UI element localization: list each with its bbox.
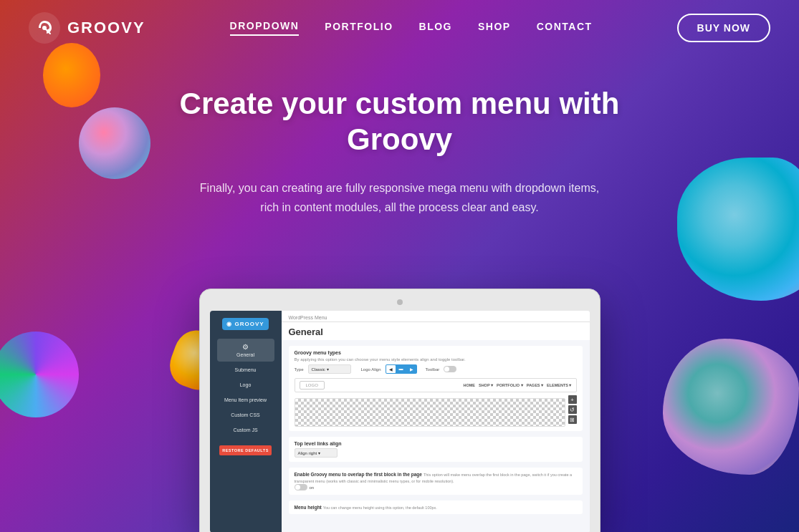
screen-restore-button[interactable]: RESTORE DEFAULTS — [219, 445, 272, 455]
screen-sidebar-logo: ◉ GROOVY — [222, 318, 268, 330]
screen-form-label-menu-types: Groovy menu types — [295, 350, 577, 355]
screen-sidebar-item-submenu[interactable]: Submenu — [217, 363, 274, 377]
screen-type-label: Type — [295, 367, 304, 372]
screen-type-row: Type Classic ▾ Logo Align ◀ ▬ ▶ — [295, 364, 577, 374]
buy-now-button[interactable]: BUY NOW — [677, 14, 770, 42]
header: GROOVY DROPDOWN PORTFOLIO BLOG SHOP CONT… — [0, 0, 799, 56]
screen-form: Groovy menu types By applying this optio… — [282, 340, 590, 526]
screen-overlap-title: Enable Groovy menu to overlap the first … — [295, 472, 422, 477]
screen-align-btn-left[interactable]: ◀ — [386, 365, 396, 373]
screen-sidebar-item-custom-js[interactable]: Custom JS — [217, 423, 274, 437]
blob-swirl — [0, 332, 79, 417]
screen-main: WordPress Menu General Groovy menu types… — [282, 311, 590, 532]
blob-sphere — [79, 107, 150, 179]
settings-icon: ⚙ — [221, 343, 270, 351]
laptop-mockup: ◉ GROOVY ⚙ General Submenu Logo — [199, 289, 601, 532]
screen-form-group-menu-types: Groovy menu types By applying this optio… — [289, 346, 583, 431]
blob-teal — [677, 158, 799, 301]
nav-item-contact[interactable]: CONTACT — [537, 21, 593, 35]
screen-nav-preview: LOGO HOME SHOP ▾ PORTFOLIO ▾ PAGES ▾ ELE… — [295, 378, 577, 392]
screen-sidebar-item-custom-css[interactable]: Custom CSS — [217, 408, 274, 422]
screen-sidebar: ◉ GROOVY ⚙ General Submenu Logo — [210, 311, 282, 532]
logo-text: GROOVY — [67, 19, 145, 37]
logo-icon — [29, 12, 60, 44]
screen-zoom-buttons: + ↺ ⊞ — [568, 395, 577, 424]
hero-content: Create your custom menu with Groovy Fina… — [149, 86, 651, 217]
screen-sidebar-item-general[interactable]: ⚙ General — [217, 339, 274, 362]
screen-menu-height-title: Menu height — [295, 505, 322, 510]
hero-section: GROOVY DROPDOWN PORTFOLIO BLOG SHOP CONT… — [0, 0, 799, 532]
screen-toolbar-toggle[interactable] — [444, 366, 456, 372]
screen-sidebar-label-logo: Logo — [240, 382, 252, 387]
screen-content: ◉ GROOVY ⚙ General Submenu Logo — [210, 311, 590, 532]
screen-nav-links: HOME SHOP ▾ PORTFOLIO ▾ PAGES ▾ ELEMENTS… — [463, 383, 571, 387]
screen-overlap-switch[interactable] — [295, 484, 307, 490]
screen-sidebar-label-general: General — [236, 352, 254, 357]
main-nav: DROPDOWN PORTFOLIO BLOG SHOP CONTACT — [230, 20, 593, 36]
screen-align-row: Align right ▾ — [295, 448, 577, 458]
screen-sidebar-label-menu-item-preview: Menu Item preview — [224, 397, 267, 402]
logo-area: GROOVY — [29, 12, 145, 44]
laptop-outer: ◉ GROOVY ⚙ General Submenu Logo — [199, 289, 601, 532]
screen-overlap-toggle[interactable]: on — [295, 484, 577, 490]
screen-sidebar-item-logo[interactable]: Logo — [217, 378, 274, 392]
hero-title: Create your custom menu with Groovy — [149, 86, 651, 158]
screen-sidebar-label-custom-css: Custom CSS — [231, 412, 259, 417]
blob-gradient-right — [663, 339, 799, 475]
screen-toolbar-label: Toolbar — [426, 367, 440, 372]
screen-align-label: Top level links align — [295, 441, 577, 446]
screen-align-btn-center[interactable]: ▬ — [396, 365, 406, 373]
screen-logo-align-label: Logo Align — [361, 367, 381, 372]
screen-menu-height-desc: You can change menu height using this op… — [323, 506, 437, 510]
nav-item-blog[interactable]: BLOG — [419, 21, 452, 35]
nav-item-shop[interactable]: SHOP — [478, 21, 511, 35]
screen-section-title: General — [282, 322, 590, 340]
screen-type-select[interactable]: Classic ▾ — [308, 364, 351, 374]
nav-item-dropdown[interactable]: DROPDOWN — [230, 20, 300, 36]
screen-overlap-on-label: on — [310, 485, 315, 490]
screen-sidebar-label-custom-js: Custom JS — [233, 427, 257, 432]
laptop-camera — [397, 299, 403, 305]
screen-form-group-menu-height: Menu height You can change menu height u… — [289, 500, 583, 514]
screen-form-group-overlap: Enable Groovy menu to overlap the first … — [289, 468, 583, 495]
screen-align-btn-right[interactable]: ▶ — [407, 365, 416, 373]
hero-subtitle: Finally, you can creating are fully resp… — [192, 178, 608, 217]
screen-zoom-fit-icon[interactable]: ⊞ — [568, 415, 577, 424]
screen-logo-align-toggle[interactable]: ◀ ▬ ▶ — [386, 364, 417, 374]
nav-item-portfolio[interactable]: PORTFOLIO — [325, 21, 393, 35]
screen-form-group-align: Top level links align Align right ▾ — [289, 437, 583, 462]
screen-sidebar-item-menu-item-preview[interactable]: Menu Item preview — [217, 393, 274, 407]
screen-toolbar-toggle-switch[interactable] — [444, 366, 456, 372]
screen-sidebar-label-submenu: Submenu — [235, 367, 257, 372]
laptop-screen: ◉ GROOVY ⚙ General Submenu Logo — [210, 311, 590, 532]
screen-checker — [295, 398, 565, 427]
screen-checker-area: + ↺ ⊞ — [295, 395, 577, 427]
screen-breadcrumb: WordPress Menu — [282, 311, 590, 322]
screen-align-select[interactable]: Align right ▾ — [295, 448, 338, 458]
screen-logo-preview: LOGO — [300, 381, 325, 390]
screen-form-sublabel-menu-types: By applying this option you can choose y… — [295, 357, 577, 362]
screen-zoom-out-icon[interactable]: ↺ — [568, 405, 577, 414]
screen-zoom-in-icon[interactable]: + — [568, 395, 577, 404]
